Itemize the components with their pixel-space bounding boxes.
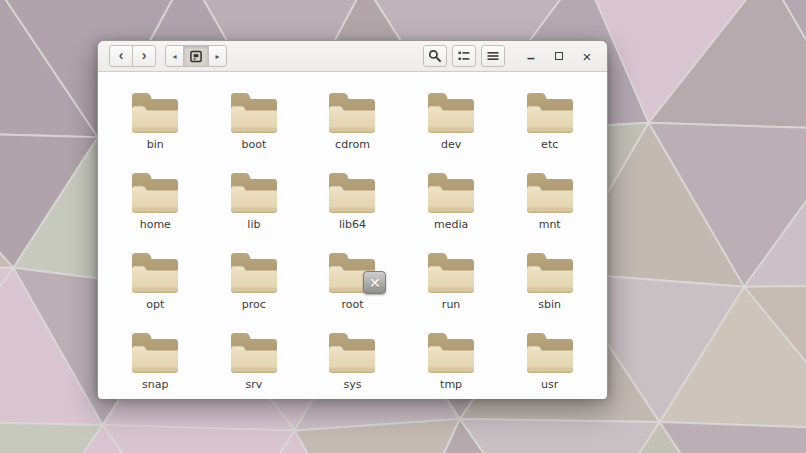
folder-icon — [128, 249, 182, 295]
maximize-button[interactable] — [552, 49, 566, 63]
folder-label: sys — [344, 378, 362, 392]
folder-label: sbin — [538, 298, 561, 312]
folder-icon — [523, 169, 577, 215]
list-view-icon — [457, 49, 471, 63]
file-grid: bin boot cdrom — [98, 72, 607, 399]
folder-item-tmp[interactable]: tmp — [402, 329, 501, 393]
maximize-icon — [555, 52, 563, 60]
folder-item-lib64[interactable]: lib64 — [303, 169, 402, 233]
folder-item-root[interactable]: ✕ root — [303, 249, 402, 313]
window-controls: – × — [524, 49, 596, 63]
toolbar-actions — [423, 45, 505, 67]
path-bar: ◂ ▸ — [165, 45, 227, 67]
close-button[interactable]: × — [580, 49, 594, 63]
folder-icon — [424, 89, 478, 135]
folder-icon — [523, 89, 577, 135]
headerbar: ‹ › ◂ ▸ — [98, 41, 607, 72]
folder-label: bin — [147, 138, 164, 152]
folder-item-sys[interactable]: sys — [303, 329, 402, 393]
triangle-left-icon: ◂ — [172, 52, 176, 61]
folder-icon: ✕ — [325, 249, 379, 295]
folder-item-home[interactable]: home — [106, 169, 205, 233]
path-next-button[interactable]: ▸ — [209, 46, 226, 66]
folder-icon — [227, 169, 281, 215]
folder-icon — [128, 89, 182, 135]
folder-item-cdrom[interactable]: cdrom — [303, 89, 402, 153]
view-toggle-button[interactable] — [452, 45, 476, 67]
folder-label: cdrom — [335, 138, 370, 152]
folder-item-mnt[interactable]: mnt — [500, 169, 599, 233]
folder-icon — [424, 329, 478, 375]
root-location-button[interactable] — [183, 46, 209, 66]
folder-item-etc[interactable]: etc — [500, 89, 599, 153]
history-nav: ‹ › — [109, 45, 156, 67]
folder-item-usr[interactable]: usr — [500, 329, 599, 393]
folder-icon — [424, 249, 478, 295]
folder-icon — [523, 329, 577, 375]
folder-label: tmp — [440, 378, 462, 392]
folder-label: opt — [146, 298, 164, 312]
path-previous-button[interactable]: ◂ — [166, 46, 183, 66]
folder-item-media[interactable]: media — [402, 169, 501, 233]
folder-icon — [128, 169, 182, 215]
folder-item-srv[interactable]: srv — [205, 329, 304, 393]
folder-label: dev — [441, 138, 461, 152]
folder-label: mnt — [539, 218, 561, 232]
folder-item-opt[interactable]: opt — [106, 249, 205, 313]
back-icon: ‹ — [119, 48, 124, 62]
folder-icon — [424, 169, 478, 215]
folder-label: run — [442, 298, 460, 312]
folder-label: srv — [246, 378, 263, 392]
forward-icon: › — [142, 48, 147, 62]
file-manager-window: ‹ › ◂ ▸ — [97, 40, 608, 397]
folder-label: lib64 — [339, 218, 366, 232]
folder-item-bin[interactable]: bin — [106, 89, 205, 153]
minimize-icon: – — [527, 51, 535, 65]
folder-icon — [227, 89, 281, 135]
close-icon: × — [583, 49, 592, 64]
no-access-emblem-icon: ✕ — [363, 271, 386, 294]
minimize-button[interactable]: – — [524, 49, 538, 63]
folder-label: lib — [247, 218, 260, 232]
folder-item-dev[interactable]: dev — [402, 89, 501, 153]
menu-button[interactable] — [481, 45, 505, 67]
folder-label: usr — [541, 378, 558, 392]
folder-label: etc — [541, 138, 558, 152]
folder-icon — [227, 249, 281, 295]
disk-icon — [190, 50, 202, 63]
folder-item-sbin[interactable]: sbin — [500, 249, 599, 313]
folder-icon — [128, 329, 182, 375]
folder-icon — [325, 169, 379, 215]
folder-item-snap[interactable]: snap — [106, 329, 205, 393]
folder-label: boot — [242, 138, 267, 152]
folder-label: snap — [142, 378, 168, 392]
search-icon — [428, 49, 442, 63]
folder-item-run[interactable]: run — [402, 249, 501, 313]
forward-button[interactable]: › — [132, 45, 156, 67]
folder-icon — [227, 329, 281, 375]
folder-label: proc — [242, 298, 266, 312]
folder-icon — [325, 329, 379, 375]
folder-label: home — [140, 218, 171, 232]
folder-item-proc[interactable]: proc — [205, 249, 304, 313]
triangle-right-icon: ▸ — [215, 52, 219, 61]
folder-label: root — [341, 298, 363, 312]
folder-item-boot[interactable]: boot — [205, 89, 304, 153]
folder-icon — [325, 89, 379, 135]
folder-label: media — [434, 218, 468, 232]
folder-icon — [523, 249, 577, 295]
hamburger-icon — [486, 49, 500, 63]
back-button[interactable]: ‹ — [109, 45, 133, 67]
folder-item-lib[interactable]: lib — [205, 169, 304, 233]
search-button[interactable] — [423, 45, 447, 67]
